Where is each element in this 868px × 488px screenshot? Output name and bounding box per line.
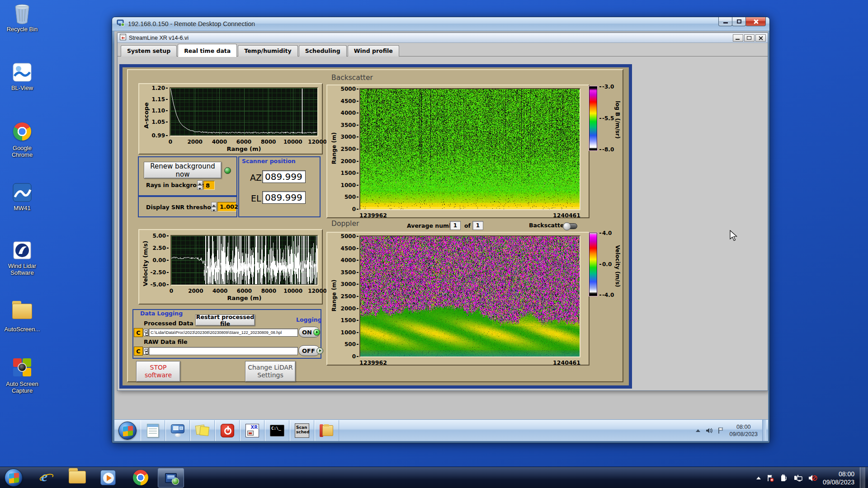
- change-lidar-settings-button[interactable]: Change LiDARSettings: [245, 361, 296, 382]
- power-plug-icon[interactable]: [780, 474, 788, 482]
- desktop: Recycle Bin BL-View Google Chrome MW41 W…: [0, 0, 868, 488]
- taskbar-display-settings-button[interactable]: [165, 420, 190, 441]
- raw-logging-switch[interactable]: OFF: [298, 345, 320, 356]
- rays-spinner[interactable]: [197, 180, 203, 190]
- average-total-field[interactable]: 1: [472, 221, 483, 230]
- rays-field[interactable]: 8: [203, 181, 215, 190]
- tab-real-time-data[interactable]: Real time data: [178, 44, 237, 57]
- action-center-flag-error-icon[interactable]: [766, 474, 774, 482]
- close-icon: [753, 19, 759, 24]
- desktop-icon-autoscreen-folder[interactable]: AutoScreen...: [3, 300, 42, 333]
- processed-logging-switch[interactable]: ON: [298, 327, 320, 338]
- desktop-icon-wind-lidar[interactable]: Wind Lidar Software: [3, 240, 42, 276]
- taskbar-scan-scheduler-button[interactable]: Scansched: [290, 420, 314, 441]
- rdp-titlebar[interactable]: 192.168.0.150 - Remote Desktop Connectio…: [112, 17, 769, 31]
- tray-expand-icon[interactable]: [696, 429, 700, 432]
- vi-maximize-button[interactable]: [744, 34, 755, 42]
- tab-wind-profile[interactable]: Wind profile: [348, 45, 399, 56]
- tab-scheduling[interactable]: Scheduling: [299, 45, 347, 56]
- remote-start-button[interactable]: [118, 422, 137, 440]
- remote-show-desktop-button[interactable]: [762, 420, 766, 441]
- taskbar-power-button[interactable]: [215, 420, 240, 441]
- processed-path-field[interactable]: C:\Lidar\Data\Proc\2023\202308\20230809\…: [149, 328, 298, 337]
- taskbar-command-prompt-button[interactable]: C:\_: [265, 420, 289, 441]
- speaker-muted-icon[interactable]: [808, 474, 817, 482]
- tray-expand-icon[interactable]: [756, 477, 761, 479]
- host-clock[interactable]: 08:00 09/08/2023: [823, 470, 854, 486]
- maximize-button[interactable]: [732, 17, 746, 26]
- rdp-session-icon: [165, 473, 177, 483]
- ascope-plot: [170, 87, 318, 136]
- desktop-icon-label: Recycle Bin: [3, 26, 42, 33]
- raw-path-field[interactable]: [149, 347, 298, 355]
- az-field[interactable]: 089.999: [262, 170, 306, 183]
- system-tray: 08:00 09/08/2023: [756, 467, 868, 488]
- rdp-window-title: 192.168.0.150 - Remote Desktop Connectio…: [128, 20, 255, 28]
- remote-taskbar: XR C:\_ Scansched: [114, 419, 768, 441]
- tab-system-setup[interactable]: System setup: [121, 45, 177, 56]
- desktop-icon-recycle-bin[interactable]: Recycle Bin: [3, 4, 42, 33]
- colorbar-tick: 0.0: [599, 261, 612, 267]
- taskbar-notepad-button[interactable]: [141, 420, 165, 441]
- vi-minimize-button[interactable]: [733, 34, 743, 42]
- colorbar-tick: -8.0: [599, 146, 614, 153]
- display-settings-icon: [171, 424, 184, 437]
- average-number-field[interactable]: 1: [450, 221, 461, 230]
- desktop-icon-mw41[interactable]: MW41: [3, 183, 42, 211]
- notepad-icon: [147, 424, 159, 437]
- recycle-bin-icon: [12, 4, 33, 24]
- snr-field[interactable]: 1.002: [217, 202, 236, 211]
- renew-background-button[interactable]: Renew background now: [144, 162, 222, 178]
- snr-spinner[interactable]: [211, 202, 217, 211]
- start-button[interactable]: [5, 469, 23, 487]
- network-icon[interactable]: [794, 474, 803, 482]
- folder-red-icon: [320, 424, 334, 437]
- streamline-titlebar[interactable]: StreamLine XR v14-6.vi: [118, 33, 768, 43]
- backscatter-toggle-label: Backscatter: [529, 222, 567, 229]
- az-label: AZ: [250, 173, 262, 183]
- maximize-icon: [737, 19, 741, 23]
- doppler-colorbar-label: Velocity (m/s): [614, 235, 621, 297]
- taskbar-chrome-button[interactable]: [133, 470, 148, 485]
- action-center-flag-icon[interactable]: [717, 427, 725, 434]
- vi-icon: [120, 34, 126, 42]
- velocity-panel: Velocity (m/s) 5.002.500.00-2.50-5.00 02…: [138, 229, 323, 305]
- doppler-heatmap-panel: Range (m) 500045004000350030002500200015…: [326, 232, 590, 366]
- desktop-icon-auto-screen-capture[interactable]: Auto Screen Capture: [3, 357, 42, 394]
- desktop-icon-google-chrome[interactable]: Google Chrome: [3, 121, 42, 158]
- taskbar-rdp-button-active[interactable]: [158, 468, 184, 488]
- raw-drive-box[interactable]: C: [134, 347, 143, 356]
- vi-close-button[interactable]: [755, 34, 766, 42]
- taskbar-wmp-button[interactable]: [100, 470, 116, 485]
- close-button[interactable]: [745, 17, 766, 26]
- wind-lidar-icon: [12, 240, 33, 261]
- minimize-button[interactable]: [718, 17, 732, 26]
- maximize-icon: [747, 36, 751, 40]
- rdp-icon: [117, 19, 125, 28]
- desktop-icon-bl-view[interactable]: BL-View: [3, 62, 42, 91]
- stop-software-button[interactable]: STOPsoftware: [136, 361, 180, 382]
- restart-processed-button[interactable]: Restart processed file: [195, 314, 255, 326]
- backscatter-x-start: 1239962: [359, 212, 387, 219]
- minimize-icon: [723, 22, 728, 23]
- ascope-y-axis-label: A-scope: [143, 96, 150, 135]
- panel-frame: A-scope 1.201.151.101.050.99 02000400060…: [119, 64, 632, 389]
- show-desktop-button[interactable]: [860, 467, 865, 488]
- remote-desktop: StreamLine XR v14-6.vi System setupReal …: [114, 31, 768, 441]
- backscatter-toggle[interactable]: [564, 223, 577, 229]
- taskbar-folder-button[interactable]: [315, 420, 339, 441]
- speaker-icon[interactable]: [705, 427, 713, 434]
- tab-temp-humidity[interactable]: Temp/humidity: [238, 45, 297, 56]
- velocity-x-axis-label: Range (m): [171, 295, 317, 301]
- windows-media-player-icon: [100, 470, 116, 485]
- processed-drive-box[interactable]: C: [134, 328, 143, 337]
- backscatter-title: Backscatter: [331, 74, 373, 82]
- remote-clock[interactable]: 08:00 09/08/2023: [729, 423, 758, 438]
- el-field[interactable]: 089.999: [262, 191, 306, 204]
- taskbar-sticky-notes-button[interactable]: [190, 420, 215, 441]
- host-taskbar: e 08:00 09/08/2023: [0, 467, 868, 488]
- taskbar-streamline-xr-button[interactable]: XR: [240, 420, 264, 441]
- doppler-y-axis-label: Range (m): [331, 275, 337, 316]
- taskbar-explorer-button[interactable]: [69, 471, 86, 483]
- taskbar-internet-explorer-button[interactable]: e: [39, 470, 54, 485]
